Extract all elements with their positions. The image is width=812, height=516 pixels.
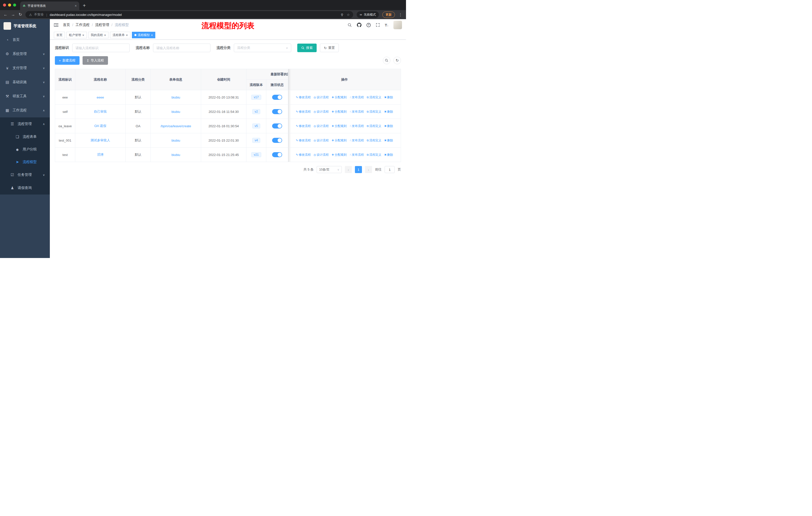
row-action-button[interactable]: ◎设计流程: [314, 124, 329, 128]
browser-tab[interactable]: ☘ 芋道管理系统 ×: [20, 1, 79, 10]
tag-close-icon[interactable]: ×: [82, 33, 84, 37]
tag-close-icon[interactable]: ×: [104, 33, 106, 37]
tag-home[interactable]: 首页: [54, 32, 65, 38]
row-action-button[interactable]: ⧉流程定义: [367, 124, 381, 128]
row-action-button[interactable]: ⧉流程定义: [367, 110, 381, 114]
row-action-button[interactable]: ◎设计流程: [314, 110, 329, 114]
sidebar-item-process-model[interactable]: ➤ 流程模型: [0, 156, 50, 168]
tab-close-icon[interactable]: ×: [75, 4, 77, 8]
page-number-current[interactable]: 1: [355, 166, 362, 173]
sidebar-item[interactable]: ▤ 基础设施 ∨: [0, 75, 50, 89]
security-label[interactable]: 不安全: [34, 12, 44, 17]
process-name-link[interactable]: 自己审批: [94, 110, 107, 113]
row-action-button[interactable]: ✖删除: [384, 95, 393, 100]
process-name-link[interactable]: 滔博: [97, 153, 104, 157]
row-action-button[interactable]: ❖分配规则: [331, 95, 347, 100]
row-action-button[interactable]: ◎设计流程: [314, 95, 329, 100]
process-name-link[interactable]: 测试多审批人: [91, 138, 110, 142]
process-name-link[interactable]: eeee: [97, 96, 104, 99]
toggle-search-button[interactable]: [383, 57, 390, 64]
process-name-link[interactable]: OA 请假: [94, 124, 107, 128]
row-action-button[interactable]: ❖分配规则: [331, 138, 347, 143]
process-name-input[interactable]: [153, 44, 210, 52]
active-toggle[interactable]: [272, 138, 282, 143]
row-action-button[interactable]: ⧉流程定义: [367, 95, 381, 100]
row-action-button[interactable]: ✎修改流程: [296, 124, 311, 128]
breadcrumb-item-process-management[interactable]: 流程管理: [95, 23, 109, 27]
row-action-button[interactable]: ✎修改流程: [296, 110, 311, 114]
help-icon[interactable]: ?: [367, 23, 371, 27]
row-action-button[interactable]: ⧉流程定义: [367, 138, 381, 143]
tag-tenant-management[interactable]: 租户管理×: [66, 32, 87, 38]
create-process-button[interactable]: + 新建流程: [55, 56, 80, 65]
process-key-input[interactable]: [72, 44, 129, 52]
row-action-button[interactable]: ✖删除: [384, 124, 393, 128]
page-size-select[interactable]: 10条/页 ∨: [317, 166, 342, 173]
search-icon[interactable]: [348, 23, 352, 27]
incognito-badge[interactable]: ∞ 无痕模式: [357, 11, 379, 18]
refresh-button[interactable]: ↻: [394, 57, 401, 64]
window-maximize-button[interactable]: [13, 3, 16, 6]
row-action-button[interactable]: ⧉流程定义: [367, 153, 381, 157]
row-action-button[interactable]: ✎修改流程: [296, 138, 311, 143]
sidebar-item[interactable]: ¥ 支付管理 ∨: [0, 61, 50, 75]
row-action-button[interactable]: ❖分配规则: [331, 124, 347, 128]
process-category-select[interactable]: 流程分类 ∨: [234, 44, 291, 52]
tag-close-icon[interactable]: ×: [151, 33, 153, 37]
row-action-button[interactable]: ✖删除: [384, 138, 393, 143]
sidebar-item[interactable]: ⚙ 系统管理 ∨: [0, 47, 50, 61]
sidebar-item-task-management[interactable]: ☑ 任务管理 ∨: [0, 168, 50, 182]
tag-close-icon[interactable]: ×: [126, 33, 128, 37]
github-icon[interactable]: [357, 23, 361, 27]
version-badge[interactable]: v4: [252, 138, 261, 143]
window-minimize-button[interactable]: [8, 3, 11, 6]
breadcrumb-item-home[interactable]: 首页: [63, 23, 70, 27]
breadcrumb-item-workflow[interactable]: 工作流程: [76, 23, 90, 27]
row-action-button[interactable]: ✖删除: [384, 110, 393, 114]
row-action-button[interactable]: ✎修改流程: [296, 153, 311, 157]
goto-page-input[interactable]: [385, 166, 395, 173]
window-close-button[interactable]: [3, 3, 6, 6]
address-bar[interactable]: ⚠ 不安全 | dashboard.yudao.iocoder.cn/bpm/m…: [25, 11, 353, 18]
row-action-button[interactable]: ☝发布流程: [350, 138, 364, 143]
row-action-button[interactable]: ☝发布流程: [350, 95, 364, 100]
reset-button[interactable]: ↻ 重置: [320, 44, 339, 52]
version-badge[interactable]: v5: [252, 124, 261, 129]
text-size-icon[interactable]: T↕: [385, 23, 388, 27]
row-action-button[interactable]: ✎修改流程: [296, 95, 311, 100]
sidebar-item[interactable]: ◔ 首页: [0, 33, 50, 47]
hamburger-icon[interactable]: [54, 23, 58, 27]
row-action-button[interactable]: ☝发布流程: [350, 124, 364, 128]
reload-button[interactable]: ↻: [19, 12, 22, 17]
active-toggle[interactable]: [272, 95, 282, 100]
browser-menu-icon[interactable]: ⋮: [399, 12, 403, 17]
form-info-link[interactable]: /bpm/oa/leave/create: [161, 124, 191, 128]
sidebar-item[interactable]: ⚒ 研发工具 ∨: [0, 89, 50, 103]
form-info-link[interactable]: biubiu: [171, 96, 180, 99]
active-toggle[interactable]: [272, 124, 282, 129]
version-badge[interactable]: v2: [252, 109, 261, 114]
tag-process-form[interactable]: 流程表单×: [110, 32, 130, 38]
tag-my-process[interactable]: 我的流程×: [88, 32, 109, 38]
row-action-button[interactable]: ❖分配规则: [331, 153, 347, 157]
prev-page-button[interactable]: ‹: [345, 166, 352, 173]
sidebar-item-process-management[interactable]: ☰ 流程管理 ∧: [0, 117, 50, 131]
avatar[interactable]: [394, 21, 402, 29]
form-info-link[interactable]: biubiu: [171, 153, 180, 157]
sidebar-item-process-form[interactable]: ❏ 流程表单: [0, 131, 50, 143]
sidebar-item-leave-query[interactable]: ♟ 请假查询: [0, 182, 50, 194]
back-button[interactable]: ←: [3, 12, 7, 17]
version-badge[interactable]: v21: [251, 152, 261, 157]
import-process-button[interactable]: ↥ 导入流程: [83, 56, 108, 65]
bookmark-star-icon[interactable]: ☆: [347, 13, 350, 17]
browser-update-button[interactable]: 更新: [382, 11, 395, 18]
active-toggle[interactable]: [272, 152, 282, 157]
search-button[interactable]: 搜索: [297, 44, 317, 52]
row-action-button[interactable]: ◎设计流程: [314, 153, 329, 157]
form-info-link[interactable]: biubiu: [171, 139, 180, 142]
row-action-button[interactable]: ❖分配规则: [331, 110, 347, 114]
forward-button[interactable]: →: [11, 12, 15, 17]
sidebar-item[interactable]: ▦ 工作流程 ∧: [0, 103, 50, 117]
active-toggle[interactable]: [272, 109, 282, 114]
next-page-button[interactable]: ›: [365, 166, 372, 173]
